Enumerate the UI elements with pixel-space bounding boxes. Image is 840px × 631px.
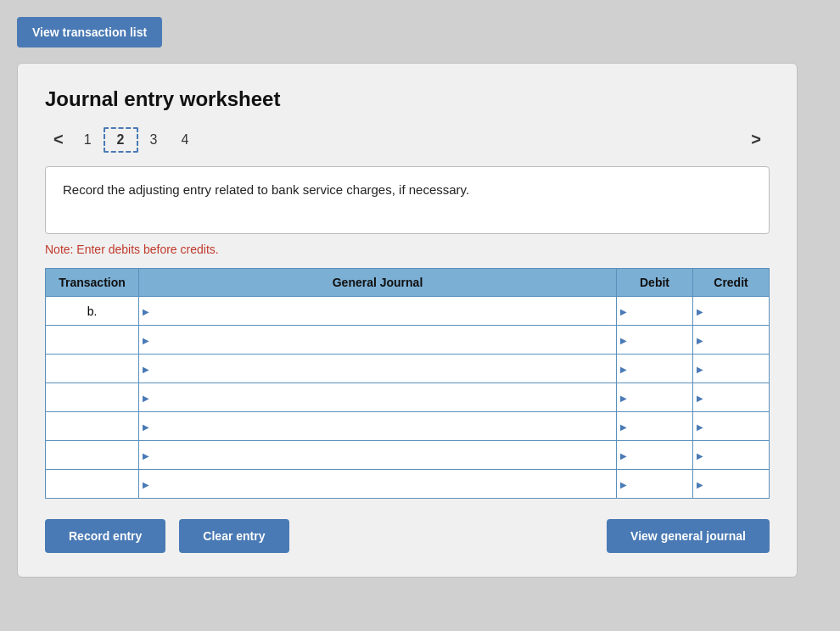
view-general-journal-button[interactable]: View general journal	[607, 519, 770, 553]
pagination-page-4[interactable]: 4	[169, 129, 200, 151]
table-row	[46, 326, 770, 355]
debit-cell-2[interactable]	[617, 355, 693, 383]
general-journal-cell-6[interactable]	[139, 470, 617, 499]
pagination-prev-button[interactable]: <	[45, 126, 72, 153]
table-row	[46, 470, 770, 499]
general-journal-cell-0[interactable]	[139, 297, 617, 326]
pagination-page-2[interactable]: 2	[104, 127, 138, 153]
debit-cell-6[interactable]	[617, 470, 693, 499]
worksheet-title: Journal entry worksheet	[45, 87, 770, 111]
credit-cell-5[interactable]	[693, 441, 770, 470]
credit-cell-6[interactable]	[693, 470, 770, 499]
debit-cell-0[interactable]	[617, 297, 693, 326]
prompt-box: Record the adjusting entry related to ba…	[45, 166, 770, 234]
note-text: Note: Enter debits before credits.	[45, 243, 770, 256]
pagination-next-button[interactable]: >	[742, 126, 770, 153]
pagination-page-3[interactable]: 3	[138, 129, 170, 151]
worksheet-card: Journal entry worksheet < 1 2 3 4 > Reco…	[17, 63, 798, 578]
general-journal-cell-2[interactable]	[139, 355, 617, 383]
button-row: Record entry Clear entry View general jo…	[45, 519, 770, 553]
credit-cell-4[interactable]	[693, 412, 770, 441]
transaction-cell-3[interactable]	[46, 383, 139, 412]
transaction-cell-2[interactable]	[46, 355, 139, 383]
general-journal-cell-5[interactable]	[139, 441, 617, 470]
record-entry-button[interactable]: Record entry	[45, 519, 165, 553]
pagination: < 1 2 3 4 >	[45, 126, 770, 153]
general-journal-cell-4[interactable]	[139, 412, 617, 441]
pagination-page-1[interactable]: 1	[72, 129, 104, 151]
transaction-cell-1[interactable]	[46, 326, 139, 355]
transaction-cell-0[interactable]: b.	[46, 297, 139, 326]
debit-cell-1[interactable]	[617, 326, 693, 355]
transaction-cell-4[interactable]	[46, 412, 139, 441]
debit-cell-3[interactable]	[617, 383, 693, 412]
table-row	[46, 383, 770, 412]
journal-table: Transaction General Journal Debit Credit…	[45, 268, 770, 499]
general-journal-cell-3[interactable]	[139, 383, 617, 412]
table-header-debit: Debit	[617, 269, 693, 297]
debit-cell-5[interactable]	[617, 441, 693, 470]
table-row: b.	[46, 297, 770, 326]
credit-cell-1[interactable]	[693, 326, 770, 355]
view-transaction-list-button[interactable]: View transaction list	[17, 17, 162, 47]
credit-cell-2[interactable]	[693, 355, 770, 383]
credit-cell-0[interactable]	[693, 297, 770, 326]
credit-cell-3[interactable]	[693, 383, 770, 412]
table-row	[46, 355, 770, 383]
table-header-credit: Credit	[693, 269, 770, 297]
clear-entry-button[interactable]: Clear entry	[179, 519, 288, 553]
table-row	[46, 441, 770, 470]
transaction-cell-6[interactable]	[46, 470, 139, 499]
debit-cell-4[interactable]	[617, 412, 693, 441]
general-journal-cell-1[interactable]	[139, 326, 617, 355]
table-header-transaction: Transaction	[46, 269, 139, 297]
table-row	[46, 412, 770, 441]
transaction-cell-5[interactable]	[46, 441, 139, 470]
table-header-general-journal: General Journal	[139, 269, 617, 297]
